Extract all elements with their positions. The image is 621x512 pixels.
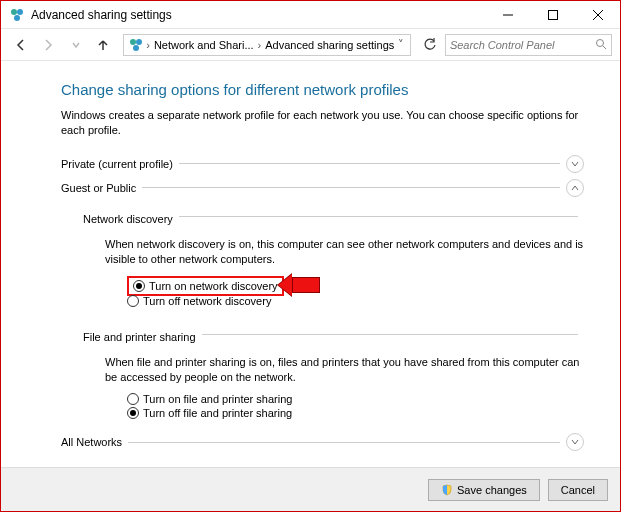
divider	[202, 334, 578, 335]
svg-point-7	[130, 39, 136, 45]
svg-point-10	[597, 39, 604, 46]
page-description: Windows creates a separate network profi…	[61, 108, 584, 139]
radio-network-discovery-on[interactable]	[133, 280, 145, 292]
breadcrumb[interactable]: › Network and Shari... › Advanced sharin…	[123, 34, 411, 56]
divider	[142, 187, 560, 188]
close-button[interactable]	[575, 1, 620, 29]
subsection-network-discovery: Network discovery	[83, 203, 584, 231]
divider	[179, 163, 560, 164]
radio-label: Turn off file and printer sharing	[143, 407, 292, 419]
chevron-down-icon[interactable]	[566, 433, 584, 451]
breadcrumb-item[interactable]: Advanced sharing settings	[263, 39, 396, 51]
svg-point-8	[136, 39, 142, 45]
footer: Save changes Cancel	[1, 467, 620, 511]
toolbar: › Network and Shari... › Advanced sharin…	[1, 29, 620, 61]
save-button-label: Save changes	[457, 484, 527, 496]
svg-point-2	[14, 15, 20, 21]
radio-file-printer-off[interactable]	[127, 407, 139, 419]
breadcrumb-icon	[128, 37, 144, 53]
chevron-down-icon[interactable]	[566, 155, 584, 173]
search-icon[interactable]	[595, 38, 607, 52]
chevron-down-icon[interactable]: ˅	[396, 38, 406, 51]
refresh-button[interactable]	[419, 34, 441, 56]
window-title: Advanced sharing settings	[31, 8, 172, 22]
highlight-annotation: Turn on network discovery	[127, 276, 284, 296]
app-icon	[9, 7, 25, 23]
subsection-label: File and printer sharing	[83, 331, 196, 343]
radio-file-printer-on[interactable]	[127, 393, 139, 405]
forward-button[interactable]	[37, 33, 61, 57]
svg-line-11	[603, 46, 606, 49]
cancel-button[interactable]: Cancel	[548, 479, 608, 501]
recent-locations-button[interactable]	[64, 33, 88, 57]
page-heading: Change sharing options for different net…	[61, 81, 584, 98]
radio-label: Turn on file and printer sharing	[143, 393, 292, 405]
radio-label: Turn on network discovery	[149, 280, 278, 292]
svg-point-0	[11, 9, 17, 15]
content-area: Change sharing options for different net…	[1, 61, 620, 461]
search-input[interactable]	[450, 39, 595, 51]
subsection-file-printer: File and printer sharing	[83, 321, 584, 349]
section-label: All Networks	[61, 436, 122, 448]
section-all-networks[interactable]: All Networks	[61, 433, 584, 451]
maximize-button[interactable]	[530, 1, 575, 29]
subsection-desc: When file and printer sharing is on, fil…	[105, 355, 584, 386]
svg-rect-4	[548, 10, 557, 19]
titlebar: Advanced sharing settings	[1, 1, 620, 29]
svg-point-1	[17, 9, 23, 15]
minimize-button[interactable]	[485, 1, 530, 29]
chevron-up-icon[interactable]	[566, 179, 584, 197]
breadcrumb-item[interactable]: Network and Shari...	[152, 39, 256, 51]
back-button[interactable]	[9, 33, 33, 57]
divider	[179, 216, 578, 217]
section-guest-public[interactable]: Guest or Public	[61, 179, 584, 197]
subsection-desc: When network discovery is on, this compu…	[105, 237, 584, 268]
arrow-annotation	[292, 277, 320, 295]
cancel-button-label: Cancel	[561, 484, 595, 496]
radio-network-discovery-off[interactable]	[127, 295, 139, 307]
chevron-right-icon[interactable]: ›	[144, 39, 152, 51]
up-button[interactable]	[92, 33, 116, 57]
search-box[interactable]	[445, 34, 612, 56]
save-button[interactable]: Save changes	[428, 479, 540, 501]
section-label: Private (current profile)	[61, 158, 173, 170]
section-private[interactable]: Private (current profile)	[61, 155, 584, 173]
chevron-right-icon[interactable]: ›	[256, 39, 264, 51]
subsection-label: Network discovery	[83, 213, 173, 225]
divider	[128, 442, 560, 443]
section-label: Guest or Public	[61, 182, 136, 194]
radio-label: Turn off network discovery	[143, 295, 271, 307]
shield-icon	[441, 484, 453, 496]
svg-point-9	[133, 45, 139, 51]
